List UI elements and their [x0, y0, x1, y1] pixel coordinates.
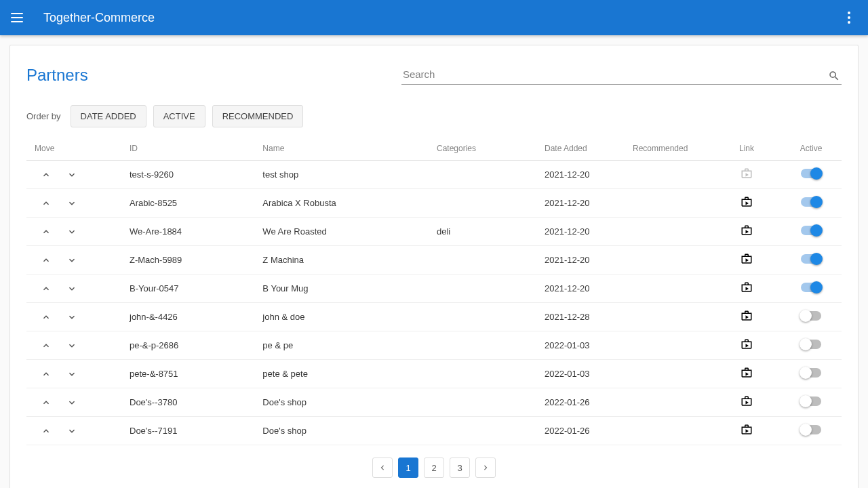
table-row: pe-&-p-2686pe & pe2022-01-03	[26, 331, 842, 360]
cell-categories: deli	[429, 218, 536, 246]
move-down-icon[interactable]	[66, 254, 78, 266]
cell-date-added: 2022-01-26	[536, 417, 625, 445]
shop-link-icon[interactable]	[741, 371, 753, 381]
cell-id: john-&-4426	[121, 303, 254, 331]
cell-name: B Your Mug	[254, 274, 429, 303]
active-toggle[interactable]	[801, 254, 821, 264]
cell-recommended	[625, 246, 713, 274]
active-toggle[interactable]	[801, 340, 821, 349]
cell-id: Arabic-8525	[121, 189, 254, 218]
active-toggle[interactable]	[801, 368, 821, 378]
cell-name: We Are Roasted	[254, 218, 429, 246]
cell-date-added: 2021-12-20	[536, 161, 625, 189]
cell-id: pete-&-8751	[121, 360, 254, 388]
cell-name: Arabica X Robusta	[254, 189, 429, 218]
shop-link-icon[interactable]	[741, 257, 753, 267]
cell-name: Z Machina	[254, 246, 429, 274]
col-link: Link	[713, 137, 781, 161]
order-active-button[interactable]: Active	[153, 105, 205, 127]
menu-icon[interactable]	[11, 9, 27, 26]
cell-recommended	[625, 218, 713, 246]
cell-categories	[429, 303, 536, 331]
move-up-icon[interactable]	[40, 368, 52, 380]
search-icon[interactable]	[828, 70, 840, 82]
active-toggle[interactable]	[801, 169, 821, 178]
active-toggle[interactable]	[801, 425, 821, 434]
order-date-added-button[interactable]: Date Added	[71, 105, 146, 127]
cell-name: pete & pete	[254, 360, 429, 388]
col-categories: Categories	[429, 137, 536, 161]
cell-name: Doe's shop	[254, 388, 429, 417]
table-row: Doe's--7191Doe's shop2022-01-26	[26, 417, 842, 445]
active-toggle[interactable]	[801, 197, 821, 207]
cell-id: Doe's--7191	[121, 417, 254, 445]
table-row: pete-&-8751pete & pete2022-01-03	[26, 360, 842, 388]
move-up-icon[interactable]	[40, 197, 52, 209]
page-title: Partners	[26, 66, 88, 85]
cell-recommended	[625, 303, 713, 331]
move-down-icon[interactable]	[66, 197, 78, 209]
shop-link-icon[interactable]	[741, 285, 753, 296]
move-up-icon[interactable]	[40, 283, 52, 295]
cell-recommended	[625, 189, 713, 218]
search-input[interactable]	[401, 64, 842, 85]
table-row: Z-Mach-5989Z Machina2021-12-20	[26, 246, 842, 274]
move-down-icon[interactable]	[66, 311, 78, 323]
shop-link-icon[interactable]	[741, 399, 753, 409]
cell-categories	[429, 417, 536, 445]
active-toggle[interactable]	[801, 283, 821, 292]
cell-id: pe-&-p-2686	[121, 331, 254, 360]
move-down-icon[interactable]	[66, 368, 78, 380]
move-down-icon[interactable]	[66, 340, 78, 352]
cell-recommended	[625, 161, 713, 189]
order-by-row: Order by Date Added Active Recommended	[26, 105, 842, 127]
move-up-icon[interactable]	[40, 425, 52, 437]
more-icon[interactable]	[841, 9, 857, 26]
move-down-icon[interactable]	[66, 396, 78, 409]
active-toggle[interactable]	[801, 311, 821, 321]
order-recommended-button[interactable]: Recommended	[212, 105, 304, 127]
page-card: Partners Order by Date Added Active Reco…	[9, 45, 859, 488]
cell-categories	[429, 388, 536, 417]
cell-date-added: 2021-12-20	[536, 189, 625, 218]
cell-categories	[429, 360, 536, 388]
shop-link-icon[interactable]	[741, 200, 753, 210]
move-up-icon[interactable]	[40, 169, 52, 181]
move-up-icon[interactable]	[40, 396, 52, 409]
table-row: Arabic-8525Arabica X Robusta2021-12-20	[26, 189, 842, 218]
shop-link-icon[interactable]	[741, 228, 753, 239]
order-by-label: Order by	[26, 111, 61, 121]
table-row: john-&-4426john & doe2021-12-28	[26, 303, 842, 331]
page-1-button[interactable]: 1	[398, 458, 418, 478]
move-down-icon[interactable]	[66, 169, 78, 181]
cell-name: pe & pe	[254, 331, 429, 360]
page-2-button[interactable]: 2	[424, 458, 444, 478]
page-prev-button[interactable]	[372, 458, 393, 478]
cell-recommended	[625, 417, 713, 445]
partners-table: Move ID Name Categories Date Added Recom…	[26, 137, 842, 445]
shop-link-icon[interactable]	[741, 314, 753, 324]
move-up-icon[interactable]	[40, 226, 52, 238]
table-row: We-Are-1884We Are Roasteddeli2021-12-20	[26, 218, 842, 246]
move-down-icon[interactable]	[66, 283, 78, 295]
move-up-icon[interactable]	[40, 311, 52, 323]
cell-date-added: 2022-01-26	[536, 388, 625, 417]
shop-link-icon[interactable]	[741, 428, 753, 438]
move-up-icon[interactable]	[40, 254, 52, 266]
cell-recommended	[625, 388, 713, 417]
page-3-button[interactable]: 3	[450, 458, 470, 478]
col-recommended: Recommended	[625, 137, 713, 161]
move-down-icon[interactable]	[66, 226, 78, 238]
page-next-button[interactable]	[475, 458, 496, 478]
active-toggle[interactable]	[801, 396, 821, 406]
shop-link-icon[interactable]	[741, 171, 753, 182]
active-toggle[interactable]	[801, 226, 821, 235]
cell-categories	[429, 161, 536, 189]
move-down-icon[interactable]	[66, 425, 78, 437]
move-up-icon[interactable]	[40, 340, 52, 352]
table-row: test-s-9260test shop2021-12-20	[26, 161, 842, 189]
cell-categories	[429, 189, 536, 218]
cell-name: john & doe	[254, 303, 429, 331]
cell-id: Z-Mach-5989	[121, 246, 254, 274]
shop-link-icon[interactable]	[741, 342, 753, 352]
